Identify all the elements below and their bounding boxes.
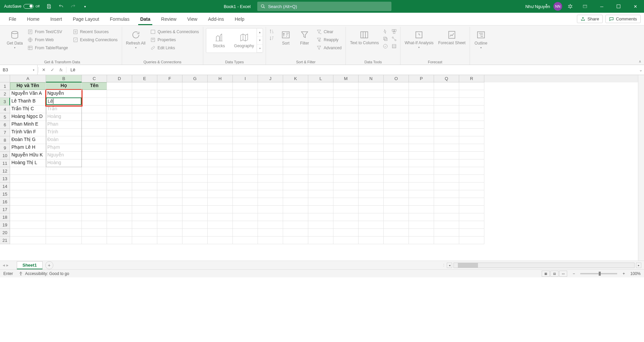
row-header[interactable]: 19 bbox=[0, 221, 10, 229]
cell[interactable] bbox=[82, 152, 107, 159]
cell[interactable] bbox=[409, 90, 434, 98]
cell[interactable] bbox=[359, 136, 384, 144]
cell[interactable] bbox=[258, 98, 283, 106]
cell[interactable] bbox=[258, 175, 283, 183]
cell[interactable] bbox=[182, 90, 208, 98]
properties-button[interactable]: Properties bbox=[149, 36, 200, 44]
active-cell-editor[interactable]: Lê bbox=[46, 97, 82, 105]
ribbon-display-icon[interactable] bbox=[578, 0, 592, 13]
cell[interactable] bbox=[132, 82, 157, 90]
cell[interactable] bbox=[107, 159, 132, 167]
cell[interactable] bbox=[283, 98, 308, 106]
cell[interactable] bbox=[459, 98, 484, 106]
cell[interactable] bbox=[258, 190, 283, 198]
tab-file[interactable]: File bbox=[3, 13, 22, 25]
cell[interactable] bbox=[459, 136, 484, 144]
cell[interactable] bbox=[283, 206, 308, 213]
tab-data[interactable]: Data bbox=[135, 13, 156, 25]
cell[interactable] bbox=[333, 213, 359, 221]
cell[interactable] bbox=[359, 121, 384, 129]
cell[interactable] bbox=[10, 175, 46, 183]
cell[interactable] bbox=[359, 144, 384, 152]
cell[interactable] bbox=[182, 236, 208, 244]
cell[interactable] bbox=[409, 221, 434, 229]
row-header[interactable]: 9 bbox=[0, 144, 10, 152]
confirm-edit-icon[interactable]: ✓ bbox=[48, 65, 57, 75]
cell[interactable] bbox=[107, 229, 132, 236]
cell[interactable] bbox=[434, 113, 459, 121]
cell[interactable]: Nguyễn Hữu K bbox=[10, 152, 46, 159]
cell[interactable] bbox=[258, 136, 283, 144]
cell[interactable] bbox=[359, 198, 384, 206]
cell[interactable] bbox=[233, 129, 258, 136]
row-header[interactable]: 12 bbox=[0, 167, 10, 175]
cell[interactable] bbox=[359, 221, 384, 229]
cell[interactable] bbox=[233, 152, 258, 159]
cell[interactable] bbox=[82, 221, 107, 229]
save-icon[interactable] bbox=[44, 2, 54, 11]
cell[interactable] bbox=[107, 90, 132, 98]
cell[interactable] bbox=[384, 175, 409, 183]
cell[interactable] bbox=[82, 175, 107, 183]
geography-data-type[interactable]: Geography bbox=[231, 33, 257, 48]
cell[interactable]: Trần bbox=[46, 106, 82, 113]
cell[interactable] bbox=[107, 121, 132, 129]
cell[interactable] bbox=[333, 144, 359, 152]
cell[interactable]: Họ và Tên bbox=[10, 82, 46, 90]
cell[interactable] bbox=[82, 206, 107, 213]
cell[interactable] bbox=[359, 175, 384, 183]
cell[interactable] bbox=[283, 198, 308, 206]
cell[interactable] bbox=[384, 198, 409, 206]
cell[interactable] bbox=[333, 121, 359, 129]
cell[interactable] bbox=[107, 190, 132, 198]
cell[interactable] bbox=[258, 90, 283, 98]
page-break-view-icon[interactable]: ▭ bbox=[559, 271, 567, 277]
row-header[interactable]: 5 bbox=[0, 113, 10, 121]
cell[interactable] bbox=[434, 82, 459, 90]
cell[interactable] bbox=[283, 175, 308, 183]
cell[interactable] bbox=[132, 229, 157, 236]
cell[interactable] bbox=[132, 159, 157, 167]
cell[interactable] bbox=[233, 98, 258, 106]
select-all-corner[interactable] bbox=[0, 75, 10, 82]
cell[interactable] bbox=[182, 213, 208, 221]
cell[interactable] bbox=[333, 152, 359, 159]
cell[interactable] bbox=[384, 121, 409, 129]
cell[interactable] bbox=[233, 190, 258, 198]
cell[interactable] bbox=[208, 229, 233, 236]
cell[interactable] bbox=[308, 106, 333, 113]
cell[interactable] bbox=[157, 236, 182, 244]
cell[interactable] bbox=[182, 144, 208, 152]
cell[interactable] bbox=[233, 198, 258, 206]
cell[interactable] bbox=[132, 152, 157, 159]
cell[interactable] bbox=[233, 236, 258, 244]
cell[interactable] bbox=[10, 198, 46, 206]
cell[interactable] bbox=[308, 213, 333, 221]
cell[interactable] bbox=[333, 198, 359, 206]
cell[interactable] bbox=[233, 121, 258, 129]
cell[interactable] bbox=[208, 136, 233, 144]
cell[interactable] bbox=[384, 190, 409, 198]
cell[interactable] bbox=[157, 175, 182, 183]
cell[interactable] bbox=[208, 106, 233, 113]
cell[interactable] bbox=[258, 159, 283, 167]
cell[interactable] bbox=[333, 206, 359, 213]
cell[interactable] bbox=[157, 106, 182, 113]
cell[interactable] bbox=[157, 190, 182, 198]
cell[interactable] bbox=[132, 90, 157, 98]
cell[interactable] bbox=[434, 106, 459, 113]
cell[interactable] bbox=[409, 106, 434, 113]
sort-button[interactable]: Sort bbox=[277, 28, 294, 47]
relationships-button[interactable] bbox=[391, 36, 397, 42]
column-header[interactable]: O bbox=[384, 75, 409, 82]
cell[interactable] bbox=[434, 167, 459, 175]
cell[interactable] bbox=[82, 113, 107, 121]
cell[interactable] bbox=[182, 206, 208, 213]
cell[interactable] bbox=[434, 152, 459, 159]
reapply-button[interactable]: Reapply bbox=[315, 36, 343, 44]
cell[interactable] bbox=[107, 206, 132, 213]
sheet-nav-prev-icon[interactable]: ◂ bbox=[3, 263, 5, 268]
cell[interactable]: Nguyễn bbox=[46, 90, 82, 98]
cell[interactable] bbox=[258, 113, 283, 121]
tab-insert[interactable]: Insert bbox=[45, 13, 67, 25]
